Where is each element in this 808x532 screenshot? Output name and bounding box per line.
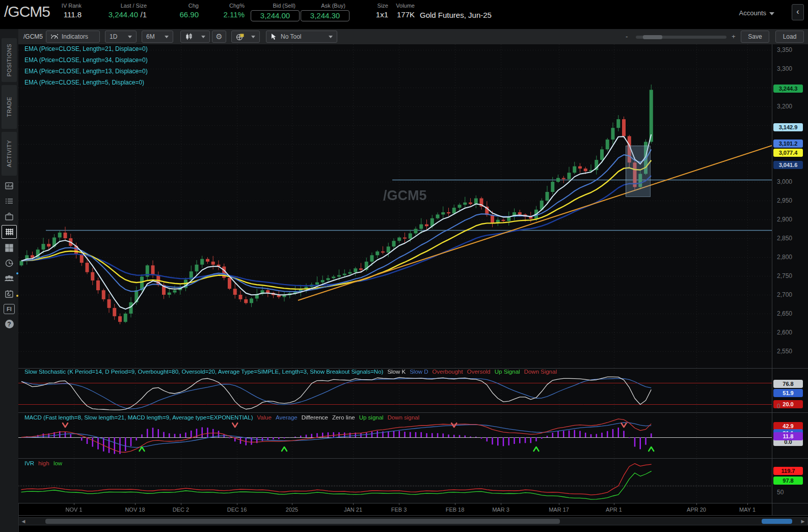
time-axis-label: 2025 <box>286 507 298 513</box>
calendar-icon[interactable] <box>2 287 16 300</box>
time-axis-label: FEB 3 <box>391 507 407 513</box>
chart-settings-button[interactable]: ⚙ <box>212 31 226 43</box>
community-icon[interactable] <box>2 272 16 285</box>
size-value: 1x1 <box>376 10 388 19</box>
price-axis[interactable]: 3,3503,3003,2003,0002,9502,9002,8502,800… <box>772 44 808 515</box>
last-size-label: Last / Size <box>92 3 147 9</box>
cursor-arrow-icon <box>271 33 277 40</box>
iv-rank-value: 111.8 <box>64 10 82 19</box>
timeframe-value: 1D <box>110 33 117 40</box>
chart-hscrollbar[interactable]: ◀ ▶ <box>18 517 808 525</box>
legend-item: Value <box>257 414 272 421</box>
ema-study-label[interactable]: EMA (Price=CLOSE, Length=21, Displace=0) <box>24 45 148 52</box>
zoom-in-button[interactable]: + <box>732 33 736 40</box>
ema-study-label[interactable]: EMA (Price=CLOSE, Length=13, Displace=0) <box>24 68 148 75</box>
dashboard-icon[interactable] <box>2 241 16 254</box>
left-sidebar: POSITIONS TRADE ACTIVITY <box>0 29 19 532</box>
legend-item: Up Signal <box>495 369 520 375</box>
chevron-down-icon <box>128 36 132 38</box>
ema-study-label[interactable]: EMA (Price=CLOSE, Length=34, Displace=0) <box>24 57 148 64</box>
help-icon[interactable]: ? <box>2 318 16 330</box>
legend-item: Zero line <box>332 414 355 421</box>
price-chart-canvas[interactable] <box>18 44 772 503</box>
price-bubble: 3,142.9 <box>773 123 803 131</box>
time-axis[interactable]: NOV 1 NOV 18 DEC 2 DEC 16 2025 JAN 21 FE… <box>18 503 772 516</box>
legend-item: low <box>53 460 62 466</box>
ivr-pane-label[interactable]: IVRhighlow <box>24 460 62 466</box>
chg-column: Chg 66.90 <box>163 3 199 19</box>
zoom-slider-thumb[interactable] <box>643 35 662 39</box>
last-size-column: Last / Size 3,244.40 /1 <box>92 3 147 19</box>
timeframe-dropdown[interactable]: 1D <box>105 31 137 43</box>
chg-value: 66.90 <box>179 10 199 19</box>
price-axis-tick: 2,550 <box>777 348 792 355</box>
accounts-dropdown[interactable]: Accounts <box>739 9 774 17</box>
range-dropdown[interactable]: 6M <box>142 31 173 43</box>
scroll-live-segment[interactable] <box>762 519 792 524</box>
scroll-right-arrow[interactable]: ▶ <box>799 519 806 524</box>
time-axis-label: JAN 21 <box>344 507 362 513</box>
ivr-fifty-tick: 50 <box>777 489 784 496</box>
grid-pad-icon[interactable] <box>2 225 17 239</box>
drawing-tool-icon <box>236 33 245 41</box>
ask-button[interactable]: 3,244.30 <box>301 10 349 21</box>
pane-divider <box>18 412 808 413</box>
ivr-legend: highlow <box>34 460 62 466</box>
last-size-value: /1 <box>140 10 147 19</box>
active-tool-dropdown[interactable]: No Tool <box>266 31 337 43</box>
watchlist-icon[interactable] <box>2 194 16 207</box>
chart-type-dropdown[interactable] <box>180 31 210 43</box>
zoom-slider[interactable] <box>636 36 726 39</box>
ivr-value-bubble: 97.8 <box>773 477 803 485</box>
bid-button[interactable]: 3,244.00 <box>251 10 300 21</box>
price-axis-tick: 2,950 <box>777 197 792 204</box>
price-axis-tick: 2,850 <box>777 235 792 242</box>
time-axis-label: DEC 16 <box>227 507 247 513</box>
chart-toolbar: /GCM5 Indicators 1D 6M ⚙ <box>18 29 808 45</box>
legend-item: high <box>38 460 49 466</box>
accounts-label: Accounts <box>739 9 766 17</box>
ema-study-label[interactable]: EMA (Price=CLOSE, Length=5, Displace=0) <box>24 79 144 86</box>
sidebar-tab[interactable]: TRADE <box>2 85 17 129</box>
legend-item: Difference <box>302 414 328 421</box>
pane-divider <box>18 458 808 459</box>
macd-pane-label[interactable]: MACD (Fast length=8, Slow length=21, MAC… <box>24 414 419 421</box>
chevron-down-icon <box>201 36 205 38</box>
symbol-title: /GCM5 <box>4 3 50 20</box>
time-axis-label: FEB 18 <box>446 507 465 513</box>
volume-label: Volume <box>390 3 415 9</box>
drawing-tools-dropdown[interactable] <box>231 31 260 43</box>
range-value: 6M <box>146 33 155 40</box>
pane-divider <box>18 368 808 369</box>
fi-icon[interactable]: FI <box>2 302 16 315</box>
sidebar-tab[interactable]: POSITIONS <box>2 38 17 82</box>
price-axis-tick: 3,300 <box>777 65 792 72</box>
sidebar-gadget-icons: FI ? <box>0 179 18 333</box>
price-axis-tick: 2,600 <box>777 329 792 336</box>
sidebar-tabs: POSITIONS TRADE ACTIVITY <box>0 38 18 176</box>
sidebar-tab[interactable]: ACTIVITY <box>2 132 17 176</box>
ivr-value-bubble: 119.7 <box>773 467 803 475</box>
stoch-pane-label[interactable]: Slow Stochastic (K Period=14, D Period=9… <box>24 369 557 375</box>
chg-pct-value: 2.11% <box>224 10 245 19</box>
scroll-thumb[interactable] <box>45 519 560 524</box>
tv-icon[interactable] <box>2 210 16 222</box>
price-bubble: 3,077.4 <box>773 149 803 157</box>
stoch-zero-tick: 0 <box>777 403 780 410</box>
load-button[interactable]: Load <box>775 31 804 43</box>
chg-pct-column: Chg% 2.11% <box>209 3 245 19</box>
macd-value-bubble: 11.8 <box>773 432 803 440</box>
quote-chart-icon[interactable] <box>2 179 16 192</box>
indicators-button[interactable]: Indicators <box>46 31 100 43</box>
legend-item: Average <box>276 414 298 421</box>
zoom-out-button[interactable]: - <box>626 33 628 40</box>
price-axis-tick: 2,700 <box>777 291 792 298</box>
scroll-left-arrow[interactable]: ◀ <box>20 519 27 524</box>
history-icon[interactable] <box>2 257 16 269</box>
price-bubble: 3,101.2 <box>773 139 803 148</box>
size-label: Size <box>368 3 388 9</box>
chart-region: EMA (Price=CLOSE, Length=21, Displace=0)… <box>18 44 772 503</box>
macd-legend: ValueAverageDifferenceZero lineUp signal… <box>253 414 420 421</box>
save-button[interactable]: Save <box>741 31 769 43</box>
collapse-panel-button[interactable]: ‹ <box>792 4 804 20</box>
